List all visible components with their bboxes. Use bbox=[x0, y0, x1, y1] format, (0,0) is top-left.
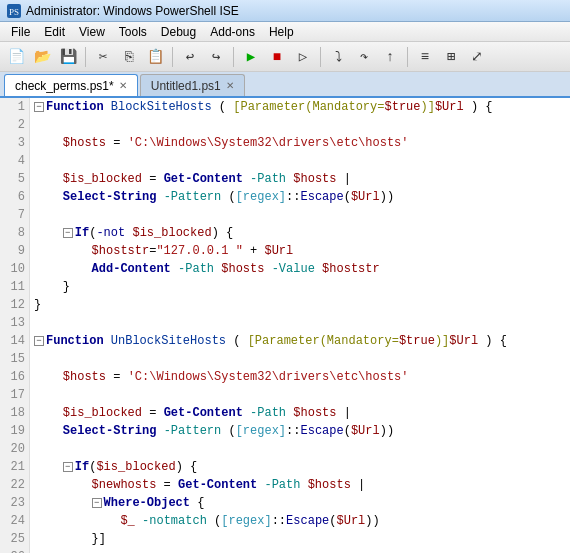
code-line-7 bbox=[34, 206, 566, 224]
tab-label-untitled1: Untitled1.ps1 bbox=[151, 79, 221, 93]
tab-check-perms[interactable]: check_perms.ps1* ✕ bbox=[4, 74, 138, 96]
code-line-8: −If(-not $is_blocked) { bbox=[34, 224, 566, 242]
title-bar: PS Administrator: Windows PowerShell ISE bbox=[0, 0, 570, 22]
fold-23[interactable]: − bbox=[92, 498, 102, 508]
redo-button[interactable]: ↪ bbox=[204, 45, 228, 69]
save-button[interactable]: 💾 bbox=[56, 45, 80, 69]
code-line-3: $hosts = 'C:\Windows\System32\drivers\et… bbox=[34, 134, 566, 152]
code-line-14: −Function UnBlockSiteHosts ( [Parameter(… bbox=[34, 332, 566, 350]
code-line-4 bbox=[34, 152, 566, 170]
tab-bar: check_perms.ps1* ✕ Untitled1.ps1 ✕ bbox=[0, 72, 570, 98]
menu-file[interactable]: File bbox=[4, 24, 37, 40]
toolbar-sep3 bbox=[233, 47, 234, 67]
menu-tools[interactable]: Tools bbox=[112, 24, 154, 40]
toolbar-sep2 bbox=[172, 47, 173, 67]
toolbar: 📄 📂 💾 ✂ ⎘ 📋 ↩ ↪ ▶ ■ ▷ ⤵ ↷ ↑ ≡ ⊞ ⤢ bbox=[0, 42, 570, 72]
toolbar-sep5 bbox=[407, 47, 408, 67]
step-out-button[interactable]: ↑ bbox=[378, 45, 402, 69]
code-line-26 bbox=[34, 548, 566, 553]
paste-button[interactable]: 📋 bbox=[143, 45, 167, 69]
code-line-2 bbox=[34, 116, 566, 134]
code-line-15 bbox=[34, 350, 566, 368]
copy-button[interactable]: ⎘ bbox=[117, 45, 141, 69]
tab-untitled1[interactable]: Untitled1.ps1 ✕ bbox=[140, 74, 245, 96]
menu-help[interactable]: Help bbox=[262, 24, 301, 40]
fold-1[interactable]: − bbox=[34, 102, 44, 112]
code-area[interactable]: −Function BlockSiteHosts ( [Parameter(Ma… bbox=[30, 98, 570, 553]
code-line-11: } bbox=[34, 278, 566, 296]
fold-14[interactable]: − bbox=[34, 336, 44, 346]
code-line-13 bbox=[34, 314, 566, 332]
step-into-button[interactable]: ⤵ bbox=[326, 45, 350, 69]
code-line-18: $is_blocked = Get-Content -Path $hosts | bbox=[34, 404, 566, 422]
code-line-24: $_ -notmatch ([regex]::Escape($Url)) bbox=[34, 512, 566, 530]
fold-8[interactable]: − bbox=[63, 228, 73, 238]
code-line-17 bbox=[34, 386, 566, 404]
editor: 12345 678910 1112131415 1617181920 21222… bbox=[0, 98, 570, 553]
code-line-23: −Where-Object { bbox=[34, 494, 566, 512]
code-line-9: $hoststr="127.0.0.1 " + $Url bbox=[34, 242, 566, 260]
run-selection-button[interactable]: ▷ bbox=[291, 45, 315, 69]
code-line-20 bbox=[34, 440, 566, 458]
undo-button[interactable]: ↩ bbox=[178, 45, 202, 69]
new-button[interactable]: 📄 bbox=[4, 45, 28, 69]
menu-addons[interactable]: Add-ons bbox=[203, 24, 262, 40]
code-line-25: }] bbox=[34, 530, 566, 548]
show-output-button[interactable]: ⊞ bbox=[439, 45, 463, 69]
code-line-16: $hosts = 'C:\Windows\System32\drivers\et… bbox=[34, 368, 566, 386]
code-line-6: Select-String -Pattern ([regex]::Escape(… bbox=[34, 188, 566, 206]
code-line-19: Select-String -Pattern ([regex]::Escape(… bbox=[34, 422, 566, 440]
menu-edit[interactable]: Edit bbox=[37, 24, 72, 40]
show-commands-button[interactable]: ≡ bbox=[413, 45, 437, 69]
menu-debug[interactable]: Debug bbox=[154, 24, 203, 40]
code-line-1: −Function BlockSiteHosts ( [Parameter(Ma… bbox=[34, 98, 566, 116]
step-over-button[interactable]: ↷ bbox=[352, 45, 376, 69]
menu-view[interactable]: View bbox=[72, 24, 112, 40]
open-button[interactable]: 📂 bbox=[30, 45, 54, 69]
stop-button[interactable]: ■ bbox=[265, 45, 289, 69]
code-line-21: −If($is_blocked) { bbox=[34, 458, 566, 476]
code-line-22: $newhosts = Get-Content -Path $hosts | bbox=[34, 476, 566, 494]
cut-button[interactable]: ✂ bbox=[91, 45, 115, 69]
line-numbers: 12345 678910 1112131415 1617181920 21222… bbox=[0, 98, 30, 553]
tab-close-untitled1[interactable]: ✕ bbox=[226, 80, 234, 91]
fold-21[interactable]: − bbox=[63, 462, 73, 472]
code-line-10: Add-Content -Path $hosts -Value $hoststr bbox=[34, 260, 566, 278]
tab-label-check-perms: check_perms.ps1* bbox=[15, 79, 114, 93]
tab-close-check-perms[interactable]: ✕ bbox=[119, 80, 127, 91]
toolbar-sep4 bbox=[320, 47, 321, 67]
code-line-12: } bbox=[34, 296, 566, 314]
app-icon: PS bbox=[6, 3, 22, 19]
run-script-button[interactable]: ▶ bbox=[239, 45, 263, 69]
menu-bar: File Edit View Tools Debug Add-ons Help bbox=[0, 22, 570, 42]
toolbar-sep1 bbox=[85, 47, 86, 67]
code-line-5: $is_blocked = Get-Content -Path $hosts | bbox=[34, 170, 566, 188]
title-bar-text: Administrator: Windows PowerShell ISE bbox=[26, 4, 239, 18]
svg-text:PS: PS bbox=[9, 7, 19, 17]
zoom-button[interactable]: ⤢ bbox=[465, 45, 489, 69]
